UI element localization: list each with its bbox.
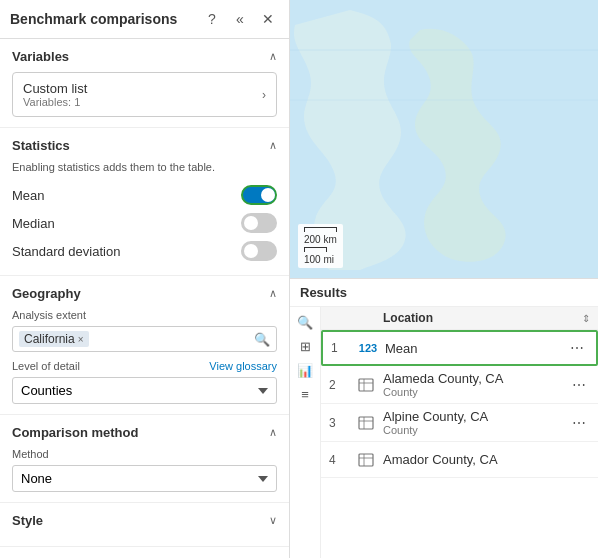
geography-chevron-icon: ∧ <box>269 287 277 300</box>
california-tag-text: California <box>24 332 75 346</box>
row-2-name: Alameda County, CA <box>383 371 562 386</box>
statistics-chevron-icon: ∧ <box>269 139 277 152</box>
row-3-sub: County <box>383 424 562 436</box>
close-icon[interactable]: ✕ <box>257 8 279 30</box>
panel-header: Benchmark comparisons ? « ✕ <box>0 0 289 39</box>
method-select[interactable]: None Percent difference Absolute differe… <box>12 465 277 492</box>
median-toggle-knob <box>244 216 258 230</box>
geography-section: Geography ∧ Analysis extent California ×… <box>0 276 289 415</box>
results-table-icon[interactable]: ⊞ <box>294 335 316 357</box>
table-body: 1 123 Mean ⋯ 2 <box>321 330 598 558</box>
svg-rect-6 <box>359 417 373 429</box>
scale-line-km <box>304 227 337 232</box>
svg-rect-9 <box>359 454 373 466</box>
stddev-toggle-knob <box>244 244 258 258</box>
results-side-icons: 🔍 ⊞ 📊 ≡ <box>290 307 321 558</box>
table-row: 2 Alameda County, CA County <box>321 366 598 404</box>
results-chart-icon[interactable]: 📊 <box>294 359 316 381</box>
level-of-detail-row: Level of detail View glossary <box>12 360 277 372</box>
comparison-method-chevron-icon: ∧ <box>269 426 277 439</box>
results-content: 🔍 ⊞ 📊 ≡ Location ⇕ 1 <box>290 307 598 558</box>
stat-mean-label: Mean <box>12 188 45 203</box>
analysis-extent-search-icon[interactable]: 🔍 <box>254 332 270 347</box>
analysis-extent-label: Analysis extent <box>12 309 277 321</box>
statistics-section: Statistics ∧ Enabling statistics adds th… <box>0 128 289 276</box>
left-panel: Benchmark comparisons ? « ✕ Variables ∧ … <box>0 0 290 558</box>
row-4-num: 4 <box>329 453 349 467</box>
statistics-section-header[interactable]: Statistics ∧ <box>12 138 277 153</box>
row-4-name: Amador County, CA <box>383 452 590 467</box>
level-of-detail-select[interactable]: Counties Tracts Block Groups ZIP Codes <box>12 377 277 404</box>
collapse-icon[interactable]: « <box>229 8 251 30</box>
map-area[interactable]: 200 km 100 mi <box>290 0 598 278</box>
california-tag: California × <box>19 331 89 347</box>
variables-section-title: Variables <box>12 49 69 64</box>
row-2-num: 2 <box>329 378 349 392</box>
results-search-icon[interactable]: 🔍 <box>294 311 316 333</box>
comparison-method-section: Comparison method ∧ Method None Percent … <box>0 415 289 503</box>
help-icon[interactable]: ? <box>201 8 223 30</box>
style-section-header[interactable]: Style ∨ <box>12 513 277 528</box>
stat-row-stddev: Standard deviation <box>12 237 277 265</box>
row-1-type-icon: 123 <box>357 337 379 359</box>
results-panel: Results 🔍 ⊞ 📊 ≡ Location ⇕ <box>290 278 598 558</box>
panel-title: Benchmark comparisons <box>10 11 195 27</box>
analysis-extent-input[interactable]: California × 🔍 <box>12 326 277 352</box>
view-glossary-link[interactable]: View glossary <box>209 360 277 372</box>
mean-toggle-knob <box>261 188 275 202</box>
row-3-actions-icon[interactable]: ⋯ <box>568 413 590 433</box>
scale-label-km: 200 km <box>304 234 337 245</box>
row-1-num: 1 <box>331 341 351 355</box>
custom-list-card[interactable]: Custom list Variables: 1 › <box>12 72 277 117</box>
stat-stddev-label: Standard deviation <box>12 244 120 259</box>
panel-body: Variables ∧ Custom list Variables: 1 › S… <box>0 39 289 558</box>
row-2-actions-icon[interactable]: ⋯ <box>568 375 590 395</box>
row-3-type-icon <box>355 412 377 434</box>
row-2-type-icon <box>355 374 377 396</box>
right-panel: 200 km 100 mi Results 🔍 ⊞ 📊 ≡ Location <box>290 0 598 558</box>
table-sort-icon[interactable]: ⇕ <box>582 313 590 324</box>
results-table-area: Location ⇕ 1 123 Mean ⋯ <box>321 307 598 558</box>
scale-line-mi <box>304 247 327 252</box>
stat-row-mean: Mean <box>12 181 277 209</box>
results-compare-icon[interactable]: ≡ <box>294 383 316 405</box>
scale-label-mi: 100 mi <box>304 254 337 265</box>
table-header-row: Location ⇕ <box>321 307 598 330</box>
method-label: Method <box>12 448 277 460</box>
row-1-content: Mean <box>385 341 560 356</box>
median-toggle[interactable] <box>241 213 277 233</box>
table-row: 4 Amador County, CA <box>321 442 598 478</box>
scale-bar: 200 km 100 mi <box>298 224 343 268</box>
custom-list-chevron-right-icon: › <box>262 88 266 102</box>
row-2-content: Alameda County, CA County <box>383 371 562 398</box>
custom-list-info: Custom list Variables: 1 <box>23 81 87 108</box>
comparison-method-section-header[interactable]: Comparison method ∧ <box>12 425 277 440</box>
row-2-sub: County <box>383 386 562 398</box>
row-1-name: Mean <box>385 341 560 356</box>
row-4-type-icon <box>355 449 377 471</box>
geography-section-header[interactable]: Geography ∧ <box>12 286 277 301</box>
table-header-location: Location <box>383 311 576 325</box>
comparison-method-section-title: Comparison method <box>12 425 138 440</box>
mean-toggle[interactable] <box>241 185 277 205</box>
california-tag-remove-icon[interactable]: × <box>78 334 84 345</box>
row-4-content: Amador County, CA <box>383 452 590 467</box>
variables-section-header[interactable]: Variables ∧ <box>12 49 277 64</box>
row-3-name: Alpine County, CA <box>383 409 562 424</box>
style-chevron-icon: ∨ <box>269 514 277 527</box>
stddev-toggle[interactable] <box>241 241 277 261</box>
table-row: 3 Alpine County, CA County <box>321 404 598 442</box>
style-section: Style ∨ <box>0 503 289 547</box>
statistics-subtitle: Enabling statistics adds them to the tab… <box>12 161 277 173</box>
level-of-detail-label: Level of detail <box>12 360 80 372</box>
style-section-title: Style <box>12 513 43 528</box>
table-row: 1 123 Mean ⋯ <box>321 330 598 366</box>
custom-list-sub: Variables: 1 <box>23 96 87 108</box>
geography-section-title: Geography <box>12 286 81 301</box>
variables-section: Variables ∧ Custom list Variables: 1 › <box>0 39 289 128</box>
variables-chevron-icon: ∧ <box>269 50 277 63</box>
row-1-actions-icon[interactable]: ⋯ <box>566 338 588 358</box>
results-header: Results <box>290 279 598 307</box>
row-3-num: 3 <box>329 416 349 430</box>
custom-list-title: Custom list <box>23 81 87 96</box>
